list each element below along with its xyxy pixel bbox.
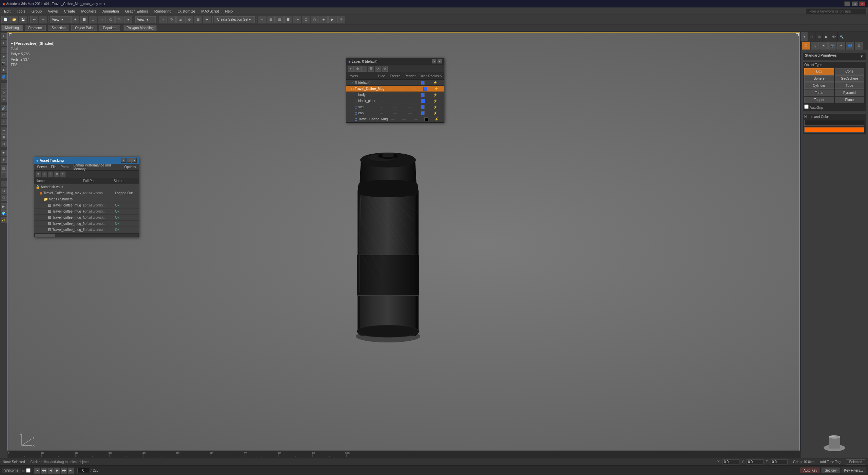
lt-layer-manager[interactable]: ☰ <box>1 172 7 178</box>
lt-move[interactable]: ↔ <box>1 83 7 89</box>
menu-customize[interactable]: Customize <box>175 8 198 14</box>
key-filters-btn[interactable]: Key Filters... <box>841 468 866 473</box>
layers-panel-titlebar[interactable]: ■ Layer: 0 (default) ? ✕ <box>346 58 444 65</box>
paint-select-btn[interactable]: ● <box>124 16 132 23</box>
layer-color-2[interactable] <box>421 93 425 97</box>
mirror-btn[interactable]: ⇔ <box>258 16 266 23</box>
lt-curve-editor[interactable]: 〜 <box>1 181 7 187</box>
asset-scrollbar-track[interactable] <box>35 234 138 237</box>
layer-color-1[interactable] <box>423 87 427 91</box>
circle-select-btn[interactable]: ○ <box>98 16 106 23</box>
asset-menu-server[interactable]: Server <box>36 165 48 169</box>
layers-panel-help[interactable]: ? <box>432 59 437 64</box>
asset-row-maps[interactable]: 📁 Maps / Shaders <box>34 196 139 202</box>
asset-refresh-btn[interactable]: ⟳ <box>36 172 41 177</box>
layer-row-1[interactable]: ◻ Travel_Coffee_Mug — — — ⚡ <box>346 86 444 92</box>
obj-type-pyramid[interactable]: Pyramid <box>835 90 865 96</box>
lasso-select-btn[interactable]: ✎ <box>115 16 123 23</box>
lt-render[interactable]: ▶ <box>1 203 7 210</box>
menu-edit[interactable]: Edit <box>1 8 13 14</box>
layers-delete-btn[interactable]: 🗑 <box>354 66 361 72</box>
render-setup-btn[interactable]: ◈ <box>320 16 328 23</box>
maximize-btn[interactable]: □ <box>852 1 858 6</box>
obj-type-geosphere[interactable]: GeoSphere <box>835 75 865 82</box>
obj-type-teapot[interactable]: Teapot <box>804 97 834 103</box>
menu-graph-editors[interactable]: Graph Editors <box>122 8 151 14</box>
menu-maxscript[interactable]: MAXScript <box>199 8 222 14</box>
asset-check-in-btn[interactable]: ↑ <box>48 172 53 177</box>
quick-align-btn[interactable]: ⊟ <box>275 16 284 23</box>
place-highlight-btn[interactable]: ⊙ <box>185 16 193 23</box>
current-frame-input[interactable] <box>77 468 89 473</box>
layers-refresh-btn[interactable]: ⟳ <box>375 66 381 72</box>
object-color-swatch[interactable] <box>804 127 864 133</box>
rp-tab-modify[interactable]: ⊡ <box>808 32 815 41</box>
menu-animation[interactable]: Animation <box>100 8 122 14</box>
asset-row-vault[interactable]: 🔒 Autodesk Vault <box>34 184 139 190</box>
rp-tab-utilities[interactable]: 🔧 <box>838 32 845 41</box>
tab-selection[interactable]: Selection <box>48 25 69 31</box>
layer-row-3[interactable]: ◻ black_plane — — — ⚡ <box>346 98 444 104</box>
view-dropdown[interactable]: View ▼ <box>135 16 156 23</box>
asset-settings-btn[interactable]: ⚙ <box>54 172 59 177</box>
layer-color-0[interactable] <box>421 81 425 85</box>
tl-prev-key-btn[interactable]: ◀◀ <box>41 468 47 474</box>
layer-color-6[interactable] <box>424 117 428 121</box>
lt-schematic[interactable]: ⊡ <box>1 188 7 194</box>
layers-settings-btn[interactable]: ⚙ <box>382 66 388 72</box>
layer-color-4[interactable] <box>421 105 425 109</box>
primitives-dropdown-icon[interactable]: ▼ <box>860 54 864 58</box>
asset-row-max[interactable]: ◼ Travel_Coffee_Mug_max_vray.max D:\3d W… <box>34 190 139 196</box>
lt-lights[interactable]: ☀ <box>1 54 7 60</box>
rp-spacewarps-btn[interactable]: 🌀 <box>846 42 854 50</box>
asset-scrollbar[interactable] <box>34 233 139 237</box>
lt-display-floater[interactable]: ◱ <box>1 165 7 172</box>
auto-key-btn[interactable]: Auto Key <box>801 468 821 473</box>
lt-freeze[interactable]: ❄ <box>1 157 7 163</box>
obj-type-cylinder[interactable]: Cylinder <box>804 82 834 89</box>
rp-helpers-btn[interactable]: + <box>837 42 845 50</box>
rect-select-btn[interactable]: □ <box>89 16 97 23</box>
menu-modifiers[interactable]: Modifiers <box>78 8 99 14</box>
lt-mirror[interactable]: ⇔ <box>1 127 7 134</box>
lt-scale[interactable]: ⊿ <box>1 96 7 102</box>
layers-sel-layer-btn[interactable]: ☰ <box>368 66 374 72</box>
snap-btn[interactable]: ✛ <box>203 16 211 23</box>
menu-rendering[interactable]: Rendering <box>152 8 174 14</box>
asset-menu-file[interactable]: File <box>50 165 58 169</box>
autogrip-checkbox[interactable] <box>804 104 809 109</box>
asset-check-out-btn[interactable]: ↓ <box>42 172 47 177</box>
asset-row-diffuse[interactable]: 🖼 Travel_coffee_mug_Diffuse.png D:\3d WO… <box>34 202 139 209</box>
menu-create[interactable]: Create <box>61 8 78 14</box>
tl-play-btn[interactable]: ▶ <box>54 468 60 474</box>
lt-select-object[interactable]: ✦ <box>1 33 7 39</box>
asset-scrollbar-thumb[interactable] <box>35 234 55 237</box>
search-box[interactable]: Type a keyword or phrase <box>806 8 867 14</box>
asset-panel-close[interactable]: ✕ <box>132 158 137 163</box>
lt-unlink[interactable]: ✂ <box>1 112 7 118</box>
asset-panel-minimize[interactable]: − <box>121 158 126 163</box>
select-btn[interactable]: ✦ <box>71 16 79 23</box>
save-btn[interactable]: 💾 <box>19 16 27 23</box>
lt-effects[interactable]: ✨ <box>1 217 7 223</box>
new-file-btn[interactable]: 📄 <box>1 16 9 23</box>
asset-menu-options[interactable]: Options <box>123 165 137 169</box>
fence-select-btn[interactable]: ⬠ <box>107 16 115 23</box>
asset-panel-maximize[interactable]: □ <box>127 158 131 163</box>
asset-row-glossiness[interactable]: 🖼 Travel_coffee_mug_Glossiness.png D:\3d… <box>34 215 139 221</box>
layers-panel-close[interactable]: ✕ <box>437 59 442 64</box>
obj-type-torus[interactable]: Torus <box>804 90 834 96</box>
tl-prev-frame-btn[interactable]: |◀ <box>34 468 40 474</box>
create-selection-set-btn[interactable]: Create Selection Set ▼ <box>214 16 255 23</box>
curve-editor-btn[interactable]: 〜 <box>293 16 301 23</box>
lt-shapes[interactable]: △ <box>1 47 7 53</box>
lt-rotate[interactable]: ↻ <box>1 90 7 96</box>
obj-type-box[interactable]: Box <box>804 68 834 75</box>
layer-manager-btn[interactable]: ☰ <box>284 16 292 23</box>
layer-row-0[interactable]: ◻ ✓ 0 (default) — — — ⚡ <box>346 80 444 86</box>
schematic-view-btn[interactable]: ⊡ <box>302 16 310 23</box>
layer-row-5[interactable]: ◻ cap — — — ⚡ <box>346 110 444 116</box>
rp-tab-hierarchy[interactable]: ⊞ <box>815 32 823 41</box>
align-btn[interactable]: ⊞ <box>194 16 202 23</box>
coord-y-input[interactable] <box>747 459 764 464</box>
